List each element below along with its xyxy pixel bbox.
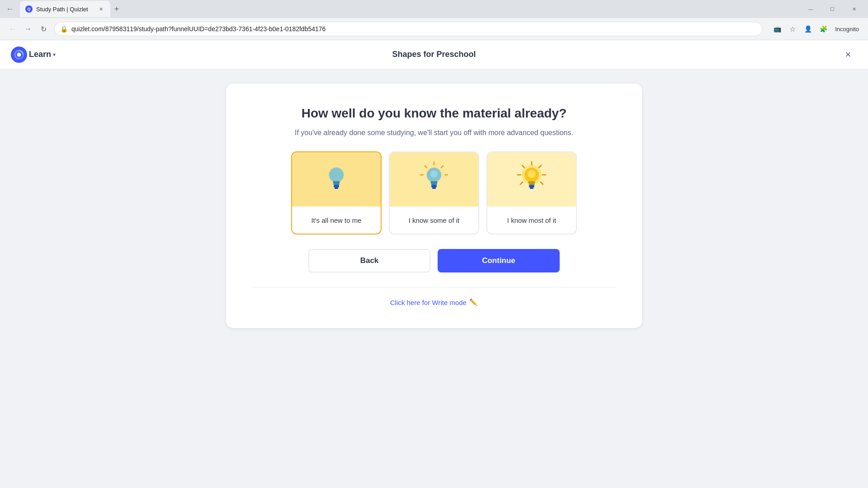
svg-rect-18 [431, 185, 437, 188]
svg-line-25 [541, 182, 543, 184]
incognito-label: Incognito [831, 22, 863, 36]
svg-point-15 [430, 170, 438, 178]
divider [251, 287, 617, 287]
option-new-label: It's all new to me [292, 206, 381, 234]
svg-line-21 [539, 165, 541, 168]
url-bar[interactable]: 🔒 quizlet.com/879583119/study-path?funne… [54, 22, 763, 36]
svg-line-9 [441, 166, 443, 168]
svg-rect-32 [529, 185, 534, 188]
options-row: It's all new to me [251, 151, 617, 235]
page-title: Shapes for Preschool [392, 50, 476, 59]
browser-chrome: ← Q Study Path | Quizlet ✕ + — ☐ ✕ ← → ↻… [0, 0, 868, 40]
svg-line-10 [425, 166, 427, 168]
svg-line-22 [522, 165, 524, 168]
address-bar: ← → ↻ 🔒 quizlet.com/879583119/study-path… [0, 18, 868, 40]
learn-dropdown[interactable]: Learn ▾ [11, 47, 56, 63]
close-button[interactable]: × [839, 46, 857, 64]
buttons-row: Back Continue [251, 249, 617, 272]
svg-rect-4 [333, 181, 340, 183]
maximize-button[interactable]: ☐ [822, 0, 843, 18]
chevron-down-icon: ▾ [53, 52, 56, 58]
tab-title: Study Path | Quizlet [36, 6, 93, 13]
tab-bar: ← Q Study Path | Quizlet ✕ + — ☐ ✕ [0, 0, 868, 18]
profile-icon[interactable]: 👤 [801, 22, 815, 36]
medium-bulb-icon [418, 161, 450, 197]
svg-rect-19 [432, 188, 436, 189]
knowledge-card: How well do you know the material alread… [226, 84, 642, 328]
svg-point-1 [17, 52, 21, 56]
option-new[interactable]: It's all new to me [291, 151, 382, 235]
tab-back-btn[interactable]: ← [4, 3, 16, 15]
tab-nav-area: ← [4, 3, 16, 15]
new-tab-button[interactable]: + [110, 3, 123, 15]
option-most[interactable]: I know most of it [486, 151, 577, 235]
learn-label: Learn [29, 50, 51, 59]
tab-close-button[interactable]: ✕ [97, 5, 105, 13]
back-button[interactable]: Back [308, 249, 430, 272]
tab-favicon: Q [25, 5, 33, 13]
url-text: quizlet.com/879583119/study-path?funnelU… [71, 25, 757, 33]
card-subtext: If you've already done some studying, we… [251, 129, 617, 137]
quizlet-logo-icon [11, 47, 27, 63]
bright-bulb-icon [515, 161, 548, 197]
window-controls: — ☐ ✕ [800, 0, 864, 18]
app-header: Learn ▾ Shapes for Preschool × [0, 40, 868, 69]
cast-icon[interactable]: 📺 [770, 22, 784, 36]
write-mode-label: Click here for Write mode [390, 299, 467, 306]
svg-rect-33 [530, 188, 533, 189]
forward-button[interactable]: → [21, 22, 35, 36]
option-new-image [292, 152, 381, 206]
svg-rect-5 [333, 183, 340, 185]
option-most-label: I know most of it [487, 206, 576, 234]
svg-line-26 [520, 182, 523, 184]
svg-rect-31 [528, 183, 535, 185]
svg-point-3 [328, 167, 344, 183]
address-actions: 📺 ☆ 👤 🧩 Incognito [770, 22, 863, 36]
back-button[interactable]: ← [5, 22, 20, 36]
svg-rect-16 [430, 181, 438, 183]
dim-bulb-icon [320, 161, 353, 197]
bookmark-icon[interactable]: ☆ [785, 22, 800, 36]
main-content: How well do you know the material alread… [0, 69, 868, 478]
option-some-image [390, 152, 478, 206]
nav-buttons: ← → ↻ [5, 22, 51, 36]
window-close-button[interactable]: ✕ [844, 0, 864, 18]
pencil-icon: ✏️ [469, 298, 478, 306]
option-most-image [487, 152, 576, 206]
card-heading: How well do you know the material alread… [251, 105, 617, 122]
svg-rect-17 [431, 183, 437, 185]
svg-rect-6 [334, 185, 339, 188]
svg-rect-30 [528, 181, 535, 183]
option-some-label: I know some of it [390, 206, 478, 234]
svg-point-29 [528, 170, 536, 178]
minimize-button[interactable]: — [800, 0, 821, 18]
active-tab[interactable]: Q Study Path | Quizlet ✕ [20, 1, 110, 17]
svg-rect-7 [335, 188, 338, 189]
option-some[interactable]: I know some of it [389, 151, 479, 235]
continue-button[interactable]: Continue [438, 249, 560, 272]
refresh-button[interactable]: ↻ [36, 22, 51, 36]
extensions-icon[interactable]: 🧩 [816, 22, 830, 36]
write-mode-link[interactable]: Click here for Write mode ✏️ [251, 298, 617, 306]
